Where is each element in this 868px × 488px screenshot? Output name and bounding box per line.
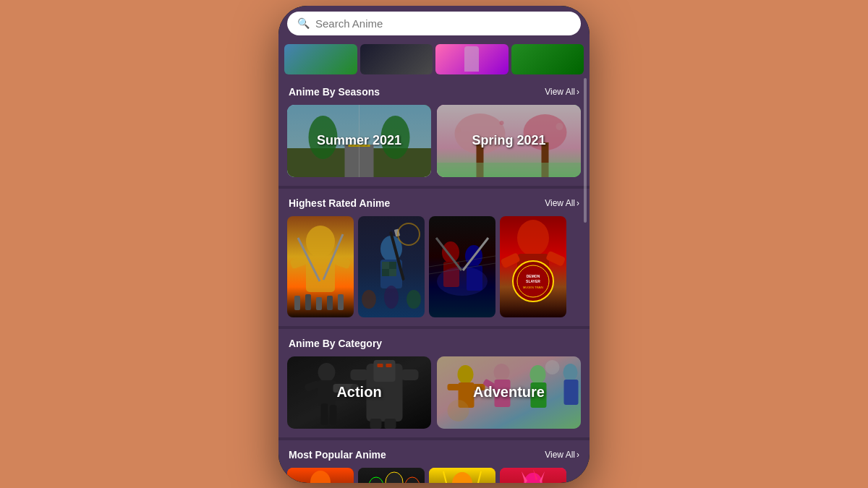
most-popular-view-all[interactable]: View All › [545, 450, 579, 460]
banner-item-2[interactable] [360, 44, 433, 74]
svg-rect-25 [316, 297, 322, 310]
adventure-overlay: Adventure [437, 356, 581, 429]
action-category-card[interactable]: Action [287, 356, 431, 429]
seasons-view-all[interactable]: View All › [545, 87, 579, 97]
seasons-title: Anime By Seasons [289, 86, 380, 98]
svg-point-52 [517, 220, 549, 256]
svg-text:DEMON: DEMON [527, 274, 540, 278]
banner-item-4[interactable] [511, 44, 584, 74]
phone-scrollbar [584, 78, 587, 223]
phone-frame: 🔍 Anime By Seasons View All › [278, 6, 590, 483]
spring-2021-card[interactable]: Spring 2021 [437, 105, 581, 177]
ds-card[interactable]: DEMON SLAYER MUGEN TRAIN [500, 216, 566, 317]
svg-point-48 [437, 267, 488, 296]
svg-point-38 [384, 286, 399, 309]
seasons-section: Anime By Seasons View All › [278, 77, 590, 186]
svg-rect-23 [294, 296, 300, 310]
highest-rated-header: Highest Rated Anime View All › [278, 189, 590, 216]
banner-item-1[interactable] [284, 44, 357, 74]
popular-card-1[interactable] [287, 468, 354, 483]
search-bar-container: 🔍 [278, 6, 590, 41]
popular-card-4[interactable] [500, 468, 566, 483]
banner-item-3[interactable] [435, 44, 509, 74]
most-popular-section: Most Popular Anime View All › [278, 440, 590, 483]
svg-point-17 [306, 226, 335, 257]
svg-point-39 [407, 290, 421, 309]
highest-rated-title: Highest Rated Anime [289, 197, 390, 209]
action-label: Action [336, 384, 381, 401]
search-bar[interactable]: 🔍 [287, 12, 581, 35]
svg-text:SLAYER: SLAYER [526, 279, 540, 283]
adventure-label: Adventure [473, 384, 545, 401]
top-banner [278, 41, 590, 77]
summer-bg: Summer 2021 [287, 105, 431, 177]
svg-point-42 [442, 241, 459, 263]
highest-rated-chevron: › [576, 198, 579, 208]
svg-rect-24 [305, 294, 311, 310]
spring-overlay: Spring 2021 [437, 105, 581, 177]
popular-card-2[interactable] [358, 468, 425, 483]
svg-rect-35 [382, 269, 389, 276]
svg-rect-26 [327, 296, 333, 310]
summer-overlay: Summer 2021 [287, 105, 431, 177]
svg-rect-27 [338, 294, 344, 310]
highest-rated-grid: DEMON SLAYER MUGEN TRAIN [278, 216, 590, 317]
seasons-chevron: › [576, 87, 579, 97]
most-popular-title: Most Popular Anime [289, 449, 386, 461]
action-overlay: Action [287, 356, 431, 429]
aot-card[interactable] [287, 216, 354, 317]
search-icon: 🔍 [297, 17, 310, 29]
category-section: Anime By Category [278, 329, 590, 437]
popular-card-3[interactable] [429, 468, 495, 483]
most-popular-header: Most Popular Anime View All › [278, 440, 590, 468]
svg-rect-36 [389, 269, 396, 276]
svg-rect-34 [389, 262, 396, 269]
spring-bg: Spring 2021 [437, 105, 581, 177]
most-popular-grid [278, 468, 590, 483]
summer-label: Summer 2021 [317, 133, 401, 148]
app-content: 🔍 Anime By Seasons View All › [278, 6, 590, 483]
kny1-card[interactable] [358, 216, 425, 317]
highest-rated-section: Highest Rated Anime View All › [278, 189, 590, 326]
seasons-grid: Summer 2021 [278, 105, 590, 177]
category-header: Anime By Category [278, 329, 590, 356]
svg-text:MUGEN TRAIN: MUGEN TRAIN [523, 286, 543, 289]
svg-rect-33 [382, 262, 389, 269]
svg-point-37 [362, 290, 376, 309]
category-grid: Action [278, 356, 590, 429]
spring-label: Spring 2021 [472, 133, 545, 148]
category-title: Anime By Category [289, 338, 382, 349]
search-input[interactable] [315, 17, 571, 30]
kny2-card[interactable] [429, 216, 495, 317]
most-popular-chevron: › [576, 450, 579, 460]
highest-rated-view-all[interactable]: View All › [545, 198, 579, 208]
adventure-category-card[interactable]: Adventure [437, 356, 581, 429]
summer-2021-card[interactable]: Summer 2021 [287, 105, 431, 177]
seasons-header: Anime By Seasons View All › [278, 77, 590, 105]
